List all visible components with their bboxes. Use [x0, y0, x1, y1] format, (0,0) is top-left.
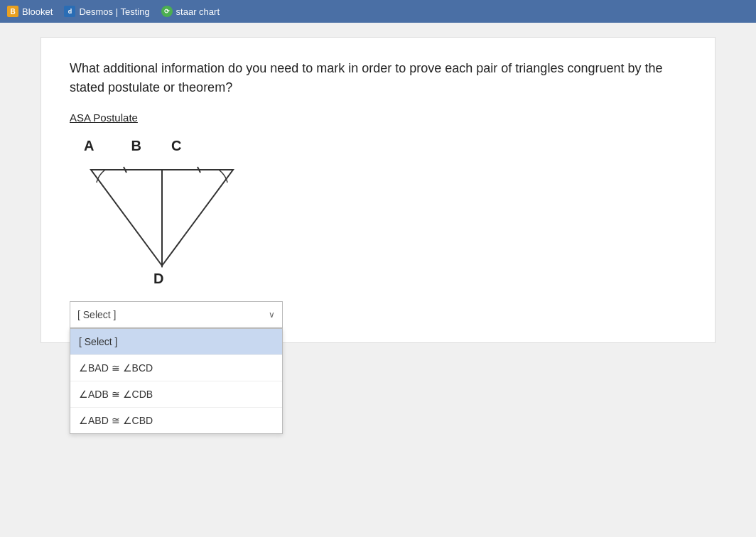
tab-blooket-label: Blooket	[22, 6, 53, 17]
dropdown-option-select[interactable]: [ Select ]	[70, 329, 282, 355]
top-vertex-labels: A B C	[84, 138, 269, 154]
main-area: What additional information do you need …	[0, 23, 756, 537]
blooket-icon: B	[7, 6, 18, 17]
desmos-icon: d	[64, 6, 75, 17]
dropdown-menu: [ Select ] ∠BAD ≅ ∠BCD ∠ADB ≅ ∠CDB ∠ABD …	[70, 328, 283, 434]
triangle-diagram	[70, 156, 254, 269]
dropdown-option-abd-cbd[interactable]: ∠ABD ≅ ∠CBD	[70, 408, 282, 433]
diagram-container: A B C	[70, 138, 269, 287]
tab-staar[interactable]: ⟳ staar chart	[161, 6, 220, 17]
question-text: What additional information do you need …	[70, 59, 686, 97]
tab-bar: B Blooket d Desmos | Testing ⟳ staar cha…	[0, 0, 756, 23]
tab-desmos[interactable]: d Desmos | Testing	[64, 6, 149, 17]
vertex-label-C: C	[171, 138, 181, 154]
postulate-label: ASA Postulate	[70, 112, 138, 124]
vertex-label-A: A	[84, 138, 94, 154]
vertex-label-D: D	[153, 271, 269, 287]
svg-marker-0	[91, 170, 162, 266]
option-select-label: [ Select ]	[79, 336, 117, 347]
tab-staar-label: staar chart	[176, 6, 220, 17]
tab-blooket[interactable]: B Blooket	[7, 6, 53, 17]
vertex-label-B: B	[131, 138, 141, 154]
svg-marker-1	[162, 170, 233, 266]
tab-desmos-label: Desmos | Testing	[79, 6, 149, 17]
question-card: What additional information do you need …	[40, 37, 716, 343]
staar-icon: ⟳	[161, 6, 173, 17]
option-abd-cbd-label: ∠ABD ≅ ∠CBD	[79, 415, 153, 426]
dropdown-container[interactable]: [ Select ] [ Select ] ∠BAD ≅ ∠BCD ∠ADB ≅…	[70, 301, 283, 328]
dropdown-option-bad-bcd[interactable]: ∠BAD ≅ ∠BCD	[70, 355, 282, 381]
dropdown-option-adb-cdb[interactable]: ∠ADB ≅ ∠CDB	[70, 381, 282, 408]
option-adb-cdb-label: ∠ADB ≅ ∠CDB	[79, 389, 153, 400]
dropdown-trigger[interactable]: [ Select ]	[70, 301, 283, 328]
option-bad-bcd-label: ∠BAD ≅ ∠BCD	[79, 362, 153, 374]
dropdown-selected-label: [ Select ]	[77, 309, 116, 320]
